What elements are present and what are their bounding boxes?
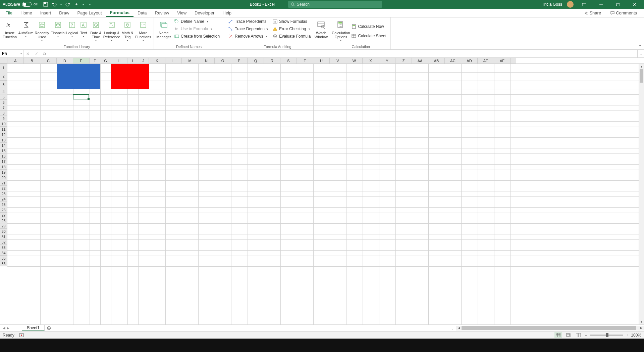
row-header-4[interactable]: 4: [0, 89, 7, 94]
hscroll-thumb[interactable]: [462, 326, 636, 330]
touch-dropdown-icon[interactable]: ▾: [83, 3, 84, 6]
row-header-10[interactable]: 10: [0, 121, 7, 127]
tab-draw[interactable]: Draw: [55, 9, 73, 17]
col-header-E[interactable]: E: [73, 58, 90, 63]
fx-label[interactable]: fx: [41, 50, 48, 57]
page-layout-view-button[interactable]: [565, 332, 572, 338]
row-header-5[interactable]: 5: [0, 94, 7, 100]
row-header-15[interactable]: 15: [0, 148, 7, 153]
collapse-ribbon-icon[interactable]: ⌃: [639, 44, 641, 48]
nav-prev-icon[interactable]: ◀: [3, 326, 5, 330]
row-header-1[interactable]: 1: [0, 64, 7, 72]
row-header-22[interactable]: 22: [0, 186, 7, 191]
row-header-12[interactable]: 12: [0, 132, 7, 137]
col-header-O[interactable]: O: [215, 58, 231, 63]
col-header-I[interactable]: I: [127, 58, 138, 63]
row-header-26[interactable]: 26: [0, 207, 7, 213]
col-header-F[interactable]: F: [90, 58, 100, 63]
row-header-25[interactable]: 25: [0, 202, 7, 207]
selected-cell[interactable]: [73, 94, 89, 99]
row-header-23[interactable]: 23: [0, 191, 7, 196]
undo-icon[interactable]: [52, 2, 57, 7]
date-time-button[interactable]: Date & Time: [89, 18, 103, 44]
redo-icon[interactable]: [65, 2, 70, 7]
row-header-9[interactable]: 9: [0, 116, 7, 121]
row-header-33[interactable]: 33: [0, 245, 7, 250]
split-handle[interactable]: ⋮: [451, 326, 454, 330]
col-header-V[interactable]: V: [330, 58, 346, 63]
logical-button[interactable]: ? Logical: [66, 18, 78, 44]
col-header-AA[interactable]: AA: [412, 58, 428, 63]
row-header-2[interactable]: 2: [0, 72, 7, 81]
text-button[interactable]: A Text: [78, 18, 89, 44]
vertical-scrollbar[interactable]: ▲ ▼: [639, 64, 644, 324]
add-sheet-button[interactable]: ⊕: [45, 325, 53, 331]
row-header-20[interactable]: 20: [0, 175, 7, 180]
row-header-18[interactable]: 18: [0, 164, 7, 170]
autosum-button[interactable]: AutoSum: [18, 18, 34, 44]
tab-formulas[interactable]: Formulas: [106, 9, 134, 17]
tab-insert[interactable]: Insert: [36, 9, 55, 17]
close-button[interactable]: [629, 0, 641, 9]
user-avatar[interactable]: [567, 1, 574, 8]
sheet-nav[interactable]: ◀ ▶: [0, 325, 12, 331]
col-header-AB[interactable]: AB: [428, 58, 445, 63]
zoom-in-button[interactable]: +: [626, 333, 628, 338]
financial-button[interactable]: Financial: [50, 18, 66, 44]
more-functions-button[interactable]: More Functions: [135, 18, 152, 44]
windows-taskbar[interactable]: [0, 339, 644, 352]
scroll-down-icon[interactable]: ▼: [639, 319, 644, 324]
normal-view-button[interactable]: [554, 332, 562, 338]
zoom-level[interactable]: 100%: [631, 333, 641, 338]
col-header-H[interactable]: H: [111, 58, 127, 63]
col-header-W[interactable]: W: [346, 58, 363, 63]
row-header-17[interactable]: 17: [0, 159, 7, 164]
evaluate-formula-button[interactable]: fx Evaluate Formula: [270, 33, 313, 40]
col-header-R[interactable]: R: [264, 58, 280, 63]
save-icon[interactable]: [43, 2, 48, 7]
select-all-corner[interactable]: [0, 58, 7, 63]
col-header-Y[interactable]: Y: [379, 58, 395, 63]
undo-dropdown-icon[interactable]: ▾: [60, 3, 62, 6]
row-header-30[interactable]: 30: [0, 229, 7, 234]
zoom-out-button[interactable]: −: [585, 333, 587, 338]
tab-review[interactable]: Review: [151, 9, 173, 17]
create-from-selection-button[interactable]: Create from Selection: [172, 33, 222, 40]
col-header-J[interactable]: J: [138, 58, 149, 63]
col-header-T[interactable]: T: [297, 58, 313, 63]
search-input[interactable]: [297, 2, 379, 7]
col-header-G[interactable]: G: [100, 58, 111, 63]
math-trig-button[interactable]: Math & Trig: [121, 18, 134, 44]
col-header-D[interactable]: D: [57, 58, 73, 63]
nav-next-icon[interactable]: ▶: [7, 326, 9, 330]
watch-window-button[interactable]: Watch Window: [313, 18, 329, 44]
row-header-32[interactable]: 32: [0, 239, 7, 245]
define-name-button[interactable]: Define Name: [172, 18, 222, 25]
row-header-27[interactable]: 27: [0, 213, 7, 218]
col-header-L[interactable]: L: [165, 58, 182, 63]
row-header-6[interactable]: 6: [0, 100, 7, 105]
tab-page-layout[interactable]: Page Layout: [73, 9, 106, 17]
col-header-Z[interactable]: Z: [395, 58, 412, 63]
col-header-P[interactable]: P: [231, 58, 248, 63]
scroll-thumb[interactable]: [640, 69, 643, 83]
formula-input[interactable]: [48, 50, 637, 57]
row-header-24[interactable]: 24: [0, 196, 7, 202]
tab-developer[interactable]: Developer: [191, 9, 218, 17]
lookup-reference-button[interactable]: Lookup & Reference: [103, 18, 120, 44]
user-name[interactable]: Tricia Goss: [542, 2, 562, 7]
col-header-K[interactable]: K: [149, 58, 165, 63]
tab-view[interactable]: View: [173, 9, 191, 17]
error-checking-button[interactable]: ! Error Checking: [270, 26, 313, 32]
ribbon-display-icon[interactable]: [578, 0, 590, 9]
name-box[interactable]: E5: [0, 50, 23, 57]
col-header-AF[interactable]: AF: [494, 58, 511, 63]
macro-record-icon[interactable]: [19, 333, 24, 338]
page-break-view-button[interactable]: [575, 332, 582, 338]
row-header-34[interactable]: 34: [0, 250, 7, 256]
col-header-B[interactable]: B: [24, 58, 40, 63]
trace-precedents-button[interactable]: Trace Precedents: [226, 18, 270, 25]
row-header-8[interactable]: 8: [0, 111, 7, 116]
horizontal-scrollbar[interactable]: ◀ ▶: [456, 326, 644, 331]
insert-function-button[interactable]: fx Insert Function: [2, 18, 17, 44]
